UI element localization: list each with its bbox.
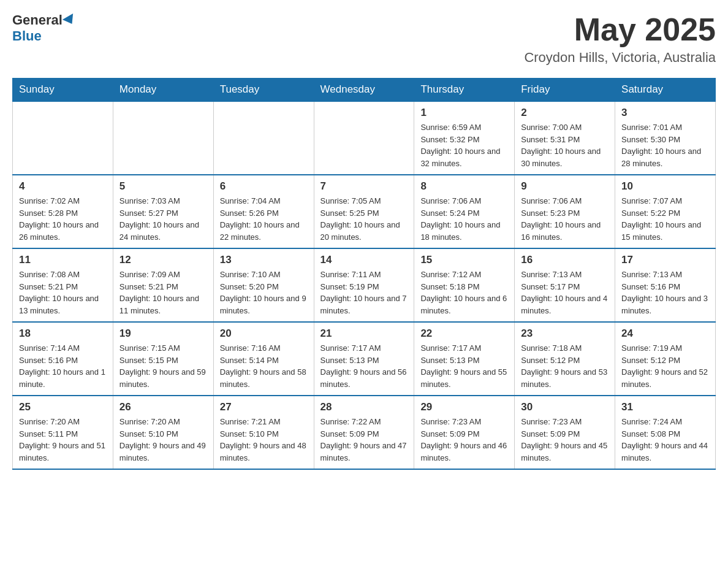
calendar-cell: 1Sunrise: 6:59 AM Sunset: 5:32 PM Daylig… (414, 101, 515, 175)
day-number: 12 (119, 254, 207, 266)
day-info: Sunrise: 7:21 AM Sunset: 5:10 PM Dayligh… (220, 416, 308, 464)
day-info: Sunrise: 7:01 AM Sunset: 5:30 PM Dayligh… (621, 121, 709, 169)
day-number: 15 (420, 254, 508, 266)
day-info: Sunrise: 7:17 AM Sunset: 5:13 PM Dayligh… (420, 342, 508, 390)
day-number: 21 (320, 327, 408, 340)
day-number: 31 (621, 401, 709, 413)
logo-blue-text: Blue (12, 28, 42, 44)
day-info: Sunrise: 7:22 AM Sunset: 5:09 PM Dayligh… (320, 416, 408, 464)
day-number: 19 (119, 327, 207, 340)
calendar-cell (213, 101, 314, 175)
logo-arrow-icon (63, 13, 77, 27)
day-info: Sunrise: 7:19 AM Sunset: 5:12 PM Dayligh… (621, 342, 709, 390)
calendar-cell: 24Sunrise: 7:19 AM Sunset: 5:12 PM Dayli… (615, 322, 716, 396)
day-info: Sunrise: 7:23 AM Sunset: 5:09 PM Dayligh… (521, 416, 609, 464)
calendar-table: SundayMondayTuesdayWednesdayThursdayFrid… (12, 78, 716, 470)
calendar-cell: 3Sunrise: 7:01 AM Sunset: 5:30 PM Daylig… (615, 101, 716, 175)
calendar-cell: 28Sunrise: 7:22 AM Sunset: 5:09 PM Dayli… (314, 396, 414, 469)
day-number: 13 (220, 254, 308, 266)
day-info: Sunrise: 7:13 AM Sunset: 5:17 PM Dayligh… (521, 269, 609, 316)
day-number: 7 (320, 180, 408, 193)
calendar-cell: 22Sunrise: 7:17 AM Sunset: 5:13 PM Dayli… (414, 322, 515, 396)
weekday-header-thursday: Thursday (414, 79, 515, 102)
calendar-cell: 8Sunrise: 7:06 AM Sunset: 5:24 PM Daylig… (414, 175, 515, 248)
calendar-cell: 23Sunrise: 7:18 AM Sunset: 5:12 PM Dayli… (515, 322, 615, 396)
calendar-cell: 21Sunrise: 7:17 AM Sunset: 5:13 PM Dayli… (314, 322, 414, 396)
week-row-5: 25Sunrise: 7:20 AM Sunset: 5:11 PM Dayli… (13, 396, 716, 469)
calendar-cell: 31Sunrise: 7:24 AM Sunset: 5:08 PM Dayli… (615, 396, 716, 469)
day-info: Sunrise: 7:05 AM Sunset: 5:25 PM Dayligh… (320, 195, 408, 243)
calendar-cell: 26Sunrise: 7:20 AM Sunset: 5:10 PM Dayli… (113, 396, 213, 469)
day-info: Sunrise: 7:15 AM Sunset: 5:15 PM Dayligh… (119, 342, 207, 390)
calendar-cell: 29Sunrise: 7:23 AM Sunset: 5:09 PM Dayli… (414, 396, 515, 469)
day-info: Sunrise: 7:18 AM Sunset: 5:12 PM Dayligh… (521, 342, 609, 390)
calendar-cell: 6Sunrise: 7:04 AM Sunset: 5:26 PM Daylig… (213, 175, 314, 248)
day-number: 22 (420, 327, 508, 340)
calendar-cell: 20Sunrise: 7:16 AM Sunset: 5:14 PM Dayli… (213, 322, 314, 396)
logo: General Blue (12, 12, 77, 44)
calendar-cell: 18Sunrise: 7:14 AM Sunset: 5:16 PM Dayli… (13, 322, 113, 396)
day-number: 20 (220, 327, 308, 340)
day-number: 18 (19, 327, 107, 340)
calendar-cell: 9Sunrise: 7:06 AM Sunset: 5:23 PM Daylig… (515, 175, 615, 248)
calendar-cell: 4Sunrise: 7:02 AM Sunset: 5:28 PM Daylig… (13, 175, 113, 248)
day-info: Sunrise: 7:00 AM Sunset: 5:31 PM Dayligh… (521, 121, 609, 169)
day-number: 8 (420, 180, 508, 193)
day-info: Sunrise: 7:09 AM Sunset: 5:21 PM Dayligh… (119, 269, 207, 316)
calendar-cell: 15Sunrise: 7:12 AM Sunset: 5:18 PM Dayli… (414, 248, 515, 322)
day-info: Sunrise: 7:24 AM Sunset: 5:08 PM Dayligh… (621, 416, 709, 464)
calendar-cell (314, 101, 414, 175)
calendar-cell: 17Sunrise: 7:13 AM Sunset: 5:16 PM Dayli… (615, 248, 716, 322)
day-number: 2 (521, 107, 609, 119)
day-number: 30 (521, 401, 609, 413)
day-info: Sunrise: 7:17 AM Sunset: 5:13 PM Dayligh… (320, 342, 408, 390)
day-info: Sunrise: 7:04 AM Sunset: 5:26 PM Dayligh… (220, 195, 308, 243)
calendar-cell: 2Sunrise: 7:00 AM Sunset: 5:31 PM Daylig… (515, 101, 615, 175)
week-row-3: 11Sunrise: 7:08 AM Sunset: 5:21 PM Dayli… (13, 248, 716, 322)
day-number: 28 (320, 401, 408, 413)
day-info: Sunrise: 7:12 AM Sunset: 5:18 PM Dayligh… (420, 269, 508, 316)
calendar-cell: 11Sunrise: 7:08 AM Sunset: 5:21 PM Dayli… (13, 248, 113, 322)
weekday-header-monday: Monday (113, 79, 213, 102)
week-row-2: 4Sunrise: 7:02 AM Sunset: 5:28 PM Daylig… (13, 175, 716, 248)
day-info: Sunrise: 7:20 AM Sunset: 5:11 PM Dayligh… (19, 416, 107, 464)
logo-general-text: General (12, 12, 63, 28)
calendar-cell: 16Sunrise: 7:13 AM Sunset: 5:17 PM Dayli… (515, 248, 615, 322)
week-row-1: 1Sunrise: 6:59 AM Sunset: 5:32 PM Daylig… (13, 101, 716, 175)
header-row: SundayMondayTuesdayWednesdayThursdayFrid… (13, 79, 716, 102)
weekday-header-wednesday: Wednesday (314, 79, 414, 102)
day-info: Sunrise: 7:14 AM Sunset: 5:16 PM Dayligh… (19, 342, 107, 390)
day-number: 27 (220, 401, 308, 413)
day-number: 6 (220, 180, 308, 193)
calendar-cell: 10Sunrise: 7:07 AM Sunset: 5:22 PM Dayli… (615, 175, 716, 248)
day-info: Sunrise: 7:11 AM Sunset: 5:19 PM Dayligh… (320, 269, 408, 316)
day-info: Sunrise: 7:23 AM Sunset: 5:09 PM Dayligh… (420, 416, 508, 464)
calendar-cell: 30Sunrise: 7:23 AM Sunset: 5:09 PM Dayli… (515, 396, 615, 469)
calendar-cell: 27Sunrise: 7:21 AM Sunset: 5:10 PM Dayli… (213, 396, 314, 469)
day-number: 3 (621, 107, 709, 119)
day-info: Sunrise: 7:20 AM Sunset: 5:10 PM Dayligh… (119, 416, 207, 464)
day-number: 9 (521, 180, 609, 193)
weekday-header-saturday: Saturday (615, 79, 716, 102)
day-number: 11 (19, 254, 107, 266)
weekday-header-friday: Friday (515, 79, 615, 102)
calendar-cell: 19Sunrise: 7:15 AM Sunset: 5:15 PM Dayli… (113, 322, 213, 396)
calendar-cell: 7Sunrise: 7:05 AM Sunset: 5:25 PM Daylig… (314, 175, 414, 248)
day-number: 1 (420, 107, 508, 119)
day-info: Sunrise: 7:08 AM Sunset: 5:21 PM Dayligh… (19, 269, 107, 316)
day-number: 5 (119, 180, 207, 193)
day-info: Sunrise: 6:59 AM Sunset: 5:32 PM Dayligh… (420, 121, 508, 169)
weekday-header-tuesday: Tuesday (213, 79, 314, 102)
month-title: May 2025 (524, 12, 716, 47)
day-number: 24 (621, 327, 709, 340)
title-block: May 2025 Croydon Hills, Victoria, Austra… (524, 12, 716, 66)
day-number: 10 (621, 180, 709, 193)
day-number: 25 (19, 401, 107, 413)
week-row-4: 18Sunrise: 7:14 AM Sunset: 5:16 PM Dayli… (13, 322, 716, 396)
day-number: 14 (320, 254, 408, 266)
weekday-header-sunday: Sunday (13, 79, 113, 102)
day-info: Sunrise: 7:02 AM Sunset: 5:28 PM Dayligh… (19, 195, 107, 243)
calendar-cell (13, 101, 113, 175)
day-info: Sunrise: 7:10 AM Sunset: 5:20 PM Dayligh… (220, 269, 308, 316)
day-info: Sunrise: 7:06 AM Sunset: 5:24 PM Dayligh… (420, 195, 508, 243)
